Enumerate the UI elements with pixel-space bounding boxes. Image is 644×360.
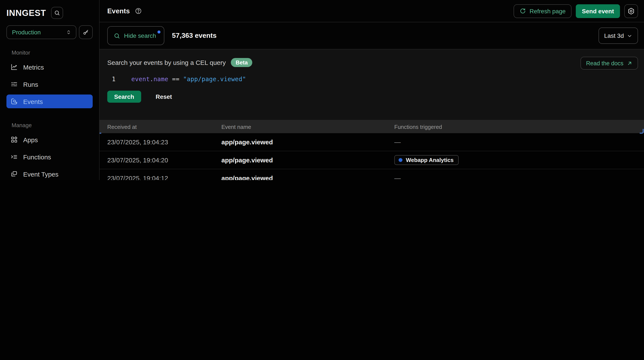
hide-search-button[interactable]: Hide search — [107, 26, 164, 45]
list-runs-icon — [10, 80, 18, 88]
page-help-icon[interactable] — [135, 7, 142, 15]
sidebar-item-label: Apps — [23, 136, 38, 143]
functions-triggered-cell: Webapp Analytics — [394, 155, 644, 165]
functions-icon — [10, 153, 18, 161]
read-the-docs-label: Read the docs — [586, 60, 624, 66]
line-number: 1 — [107, 76, 120, 82]
page-title: Events — [107, 7, 130, 15]
reset-button[interactable]: Reset — [153, 93, 174, 101]
environment-row: Production — [6, 25, 93, 39]
search-submit-button[interactable]: Search — [107, 91, 141, 103]
sidebar-item-metrics[interactable]: Metrics — [6, 60, 93, 74]
sidebar-item-event-types[interactable]: Event Types — [6, 167, 93, 180]
cel-search-panel: Search your events by using a CEL query … — [100, 49, 644, 120]
no-function-dash: — — [394, 174, 401, 180]
cel-panel-header: Search your events by using a CEL query … — [107, 58, 638, 67]
table-header: Received at Event name Functions trigger… — [100, 120, 644, 133]
no-function-dash: — — [394, 138, 401, 145]
code-token-string: "app/page.viewed" — [183, 76, 246, 82]
refresh-page-label: Refresh page — [530, 8, 566, 14]
sidebar-item-label: Functions — [23, 153, 51, 160]
table-row[interactable]: 23/07/2025, 19:04:12 app/page.viewed — — [100, 169, 644, 180]
event-keys-button[interactable] — [79, 25, 93, 39]
event-name-cell: app/page.viewed — [222, 174, 394, 180]
send-event-button[interactable]: Send event — [576, 4, 620, 18]
search-icon — [54, 10, 60, 16]
refresh-page-button[interactable]: Refresh page — [514, 4, 572, 18]
time-range-value: Last 3d — [604, 32, 624, 39]
settings-gear-icon — [627, 7, 635, 15]
beta-badge: Beta — [231, 58, 252, 67]
cel-panel-title: Search your events by using a CEL query — [107, 59, 226, 66]
sidebar-item-label: Event Types — [23, 170, 58, 178]
table-row[interactable]: 23/07/2025, 19:04:20 app/page.viewed Web… — [100, 151, 644, 169]
event-search-icon — [10, 98, 18, 105]
time-range-dropdown[interactable]: Last 3d — [598, 28, 638, 44]
function-status-dot — [398, 158, 402, 162]
sidebar-item-functions[interactable]: Functions — [6, 150, 93, 164]
table-row[interactable]: 23/07/2025, 19:04:23 app/page.viewed — — [100, 133, 644, 151]
sidebar-search-button[interactable] — [51, 7, 63, 19]
search-icon — [114, 33, 120, 39]
nav-section-monitor-label: Monitor — [6, 45, 93, 60]
arrow-up-right-icon — [627, 60, 632, 66]
app-window: INNGEST Production Monitor — [0, 0, 644, 180]
code-token-property: event — [131, 76, 150, 82]
received-at-cell: 23/07/2025, 19:04:20 — [107, 156, 222, 164]
code-token-operator: == — [168, 76, 183, 82]
sidebar-item-runs[interactable]: Runs — [6, 77, 93, 91]
sidebar-item-label: Events — [23, 98, 43, 105]
environment-value: Production — [12, 29, 66, 36]
topbar-actions: Refresh page Send event — [514, 4, 638, 18]
function-badge[interactable]: Webapp Analytics — [394, 155, 459, 165]
apps-grid-icon — [10, 136, 18, 143]
chart-line-icon — [10, 63, 18, 71]
logo-row: INNGEST — [0, 0, 99, 19]
settings-button[interactable] — [624, 4, 638, 18]
chevron-up-down-icon — [66, 29, 72, 35]
cel-query-editor[interactable]: 1 event.name == "app/page.viewed" — [107, 76, 638, 82]
column-received-at: Received at — [107, 123, 222, 130]
key-icon — [82, 29, 89, 36]
cel-panel-actions: Search Reset — [107, 91, 638, 103]
nav-section-manage-label: Manage — [6, 118, 93, 133]
event-name-cell: app/page.viewed — [222, 156, 394, 164]
chevron-down-icon — [627, 33, 632, 39]
topbar: Events Refresh page Send event — [100, 0, 644, 22]
event-name-cell: app/page.viewed — [222, 138, 394, 146]
read-the-docs-button[interactable]: Read the docs — [580, 57, 638, 70]
sidebar: INNGEST Production Monitor — [0, 0, 100, 180]
sidebar-nav-monitor: Monitor Metrics Runs Events — [0, 45, 99, 112]
code-token-property: name — [154, 76, 168, 82]
search-notification-dot — [157, 31, 160, 34]
sidebar-nav-manage: Manage Apps Functions Event Types — [0, 118, 99, 180]
function-badge-label: Webapp Analytics — [406, 157, 454, 163]
editor-focus-corner-right — [640, 129, 644, 134]
hide-search-label: Hide search — [124, 32, 156, 39]
functions-triggered-cell: — — [394, 174, 644, 180]
received-at-cell: 23/07/2025, 19:04:12 — [107, 174, 222, 180]
events-table-body: 23/07/2025, 19:04:23 app/page.viewed — 2… — [100, 133, 644, 180]
inngest-logo: INNGEST — [6, 8, 46, 18]
sidebar-item-label: Runs — [23, 81, 38, 88]
event-types-icon — [10, 170, 18, 178]
cel-query-code: event.name == "app/page.viewed" — [131, 76, 246, 82]
main-content: Events Refresh page Send event — [100, 0, 644, 180]
refresh-icon — [520, 8, 526, 14]
column-functions-triggered: Functions triggered — [394, 123, 644, 130]
environment-selector[interactable]: Production — [6, 25, 76, 39]
functions-triggered-cell: — — [394, 138, 644, 146]
column-event-name: Event name — [222, 123, 394, 130]
sidebar-item-events[interactable]: Events — [6, 95, 93, 108]
received-at-cell: 23/07/2025, 19:04:23 — [107, 138, 222, 146]
code-token-punctuation: . — [150, 76, 154, 82]
events-toolbar: Hide search 57,363 events Last 3d — [100, 22, 644, 49]
sidebar-item-label: Metrics — [23, 63, 44, 71]
sidebar-item-apps[interactable]: Apps — [6, 133, 93, 146]
events-count: 57,363 events — [172, 32, 216, 40]
